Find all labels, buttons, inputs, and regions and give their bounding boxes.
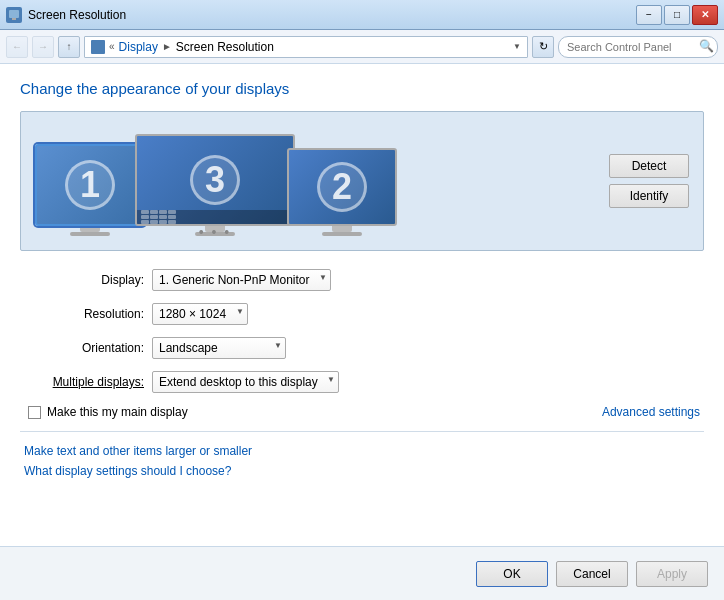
titlebar-left: Screen Resolution [6,7,126,23]
monitor-1-number: 1 [65,160,115,210]
monitor-3-taskbar [137,210,293,224]
forward-button[interactable]: → [32,36,54,58]
monitor-2-screen: 2 [287,148,397,226]
up-button[interactable]: ↑ [58,36,80,58]
links-section: Make text and other items larger or smal… [20,444,704,478]
detect-identify-buttons: Detect Identify [609,154,689,208]
multiple-displays-label: Multiple displays: [24,375,144,389]
titlebar-title: Screen Resolution [28,8,126,22]
folder-icon [91,40,105,54]
close-button[interactable]: ✕ [692,5,718,25]
section-title: Change the appearance of your displays [20,80,704,97]
back-button[interactable]: ← [6,36,28,58]
checkbox-left: Make this my main display [28,405,188,419]
path-dropdown-arrow[interactable]: ▼ [513,42,521,51]
cancel-button[interactable]: Cancel [556,561,628,587]
display-label: Display: [24,273,144,287]
settings-area: Display: 1. Generic Non-PnP Monitor Reso… [20,269,704,419]
display-select[interactable]: 1. Generic Non-PnP Monitor [152,269,331,291]
monitor-2-base [322,232,362,236]
monitor-1-screen: 1 [35,144,145,226]
taskbar-cell [150,210,158,214]
identify-button[interactable]: Identify [609,184,689,208]
search-icon[interactable]: 🔍 [699,39,714,53]
main-content: Change the appearance of your displays 1… [0,64,724,546]
taskbar-grid [141,210,176,224]
breadcrumb-separator2: ► [162,41,172,52]
taskbar-cell [159,220,167,224]
main-display-checkbox[interactable] [28,406,41,419]
taskbar-cell [168,210,176,214]
resolution-label: Resolution: [24,307,144,321]
ok-button[interactable]: OK [476,561,548,587]
search-input[interactable] [558,36,718,58]
resolution-row: Resolution: 1280 × 1024 1920 × 1080 1024… [24,303,700,325]
multiple-displays-row: Multiple displays: Extend desktop to thi… [24,371,700,393]
titlebar: Screen Resolution − □ ✕ [0,0,724,30]
taskbar-cell [150,215,158,219]
titlebar-controls: − □ ✕ [636,5,718,25]
main-display-label: Make this my main display [47,405,188,419]
apply-button[interactable]: Apply [636,561,708,587]
screen-resolution-icon [6,7,22,23]
divider [20,431,704,432]
monitor-3-number: 3 [190,155,240,205]
taskbar-cell [168,215,176,219]
display-row: Display: 1. Generic Non-PnP Monitor [24,269,700,291]
taskbar-cell [168,220,176,224]
search-wrap: 🔍 [558,36,718,58]
resolution-select[interactable]: 1280 × 1024 1920 × 1080 1024 × 768 [152,303,248,325]
svg-rect-1 [12,18,16,20]
refresh-button[interactable]: ↻ [532,36,554,58]
monitor-3-screen: 3 [135,134,295,226]
monitor-1[interactable]: 1 [35,144,145,236]
orientation-select[interactable]: Landscape Portrait Landscape (flipped) P… [152,337,286,359]
bottombar: OK Cancel Apply [0,546,724,600]
breadcrumb-separator1: « [109,41,115,52]
addressbar: ← → ↑ « Display ► Screen Resolution ▼ ↻ … [0,30,724,64]
multiple-displays-select-wrap: Extend desktop to this display Duplicate… [152,371,339,393]
orientation-label: Orientation: [24,341,144,355]
text-size-link[interactable]: Make text and other items larger or smal… [24,444,704,458]
display-select-wrap: 1. Generic Non-PnP Monitor [152,269,331,291]
taskbar-cell [150,220,158,224]
display-settings-help-link[interactable]: What display settings should I choose? [24,464,704,478]
minimize-button[interactable]: − [636,5,662,25]
monitor-3-dots: • • • [199,224,231,240]
multiple-displays-select[interactable]: Extend desktop to this display Duplicate… [152,371,339,393]
advanced-settings-link[interactable]: Advanced settings [602,405,700,419]
orientation-select-wrap: Landscape Portrait Landscape (flipped) P… [152,337,286,359]
maximize-button[interactable]: □ [664,5,690,25]
monitor-2[interactable]: 2 [287,148,397,236]
taskbar-cell [159,210,167,214]
monitor-1-base [70,232,110,236]
taskbar-cell [141,210,149,214]
detect-button[interactable]: Detect [609,154,689,178]
svg-rect-0 [9,10,19,18]
taskbar-cell [159,215,167,219]
breadcrumb-screen-resolution: Screen Resolution [176,40,274,54]
monitor-3[interactable]: 3 [135,134,295,236]
resolution-select-wrap: 1280 × 1024 1920 × 1080 1024 × 768 [152,303,248,325]
address-path: « Display ► Screen Resolution ▼ [84,36,528,58]
checkbox-row: Make this my main display Advanced setti… [24,405,700,419]
orientation-row: Orientation: Landscape Portrait Landscap… [24,337,700,359]
taskbar-cell [141,220,149,224]
monitors-container: 1 3 [35,126,593,236]
taskbar-cell [141,215,149,219]
monitor-area: 1 3 [20,111,704,251]
breadcrumb-display[interactable]: Display [119,40,158,54]
monitor-2-number: 2 [317,162,367,212]
